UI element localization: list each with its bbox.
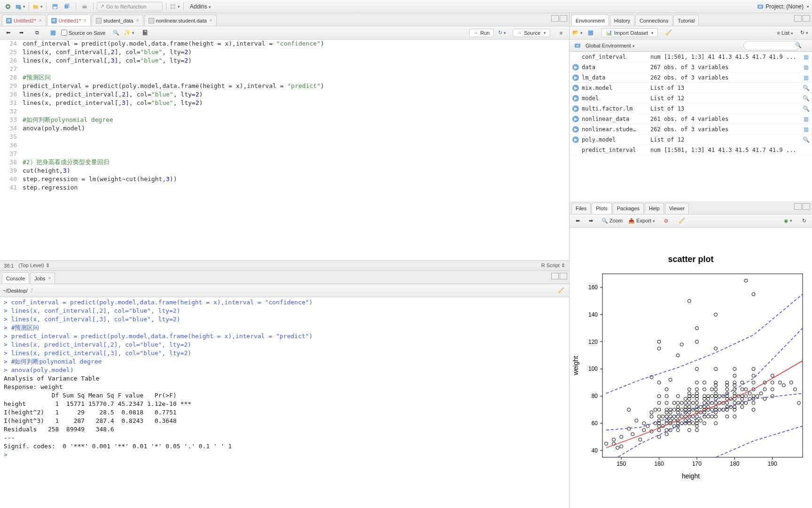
wd-popup-icon[interactable]: ⤴ bbox=[31, 288, 33, 294]
clear-env-icon[interactable]: 🧹 bbox=[664, 28, 674, 38]
working-directory[interactable]: ~/Desktop/ bbox=[3, 288, 28, 294]
svg-point-103 bbox=[672, 401, 676, 405]
tab-console[interactable]: Console bbox=[2, 272, 29, 284]
env-row[interactable]: ▶data267 obs. of 3 variables▦ bbox=[570, 62, 812, 72]
maximize-icon[interactable] bbox=[803, 203, 810, 210]
tab-plots[interactable]: Plots bbox=[592, 203, 611, 214]
tab-files[interactable]: Files bbox=[571, 203, 591, 214]
scope-selector[interactable]: Global Environment bbox=[586, 43, 635, 48]
tab-jobs[interactable]: Jobs× bbox=[30, 272, 55, 284]
minimize-icon[interactable] bbox=[794, 15, 802, 22]
minimize-icon[interactable] bbox=[551, 15, 559, 22]
save-icon[interactable] bbox=[48, 28, 58, 38]
source-toolbar: ⬅ ➡ ⧉ Source on Save 🔍 ✨ 📓 →Run ↻ →Sourc… bbox=[0, 26, 569, 40]
wand-icon[interactable]: ✨ bbox=[124, 28, 134, 38]
source-on-save-checkbox[interactable]: Source on Save bbox=[61, 30, 105, 36]
minimize-icon[interactable] bbox=[551, 273, 559, 279]
maximize-icon[interactable] bbox=[560, 273, 567, 279]
close-icon[interactable]: × bbox=[39, 18, 42, 23]
tab-tutorial[interactable]: Tutorial bbox=[673, 15, 699, 26]
env-row[interactable]: ▶modelList of 12🔍 bbox=[570, 93, 812, 103]
minimize-icon[interactable] bbox=[794, 203, 802, 210]
zoom-button[interactable]: 🔍 Zoom bbox=[601, 218, 623, 224]
show-in-window-icon[interactable]: ⧉ bbox=[32, 28, 42, 38]
new-project-icon[interactable] bbox=[15, 1, 25, 12]
environment-list[interactable]: conf_intervalnum [1:501, 1:3] 41 41.3 41… bbox=[570, 52, 812, 201]
svg-point-78 bbox=[657, 347, 661, 350]
tab-untitled2[interactable]: RUntitled2*× bbox=[2, 15, 46, 26]
env-row[interactable]: conf_intervalnum [1:501, 1:3] 41 41.3 41… bbox=[570, 52, 812, 62]
console-output[interactable]: > conf_interval = predict(poly.model,dat… bbox=[0, 297, 569, 508]
file-type-selector[interactable]: R Script ⇕ bbox=[541, 262, 565, 269]
tab-environment[interactable]: Environment bbox=[571, 15, 609, 26]
save-workspace-icon[interactable] bbox=[586, 28, 596, 38]
view-mode-selector[interactable]: ≡ List bbox=[777, 30, 793, 36]
svg-point-235 bbox=[741, 401, 744, 405]
tab-help[interactable]: Help bbox=[645, 203, 664, 214]
tab-nonlinear-student-data[interactable]: nonlinear.student.data× bbox=[144, 15, 217, 26]
grid-icon[interactable] bbox=[170, 1, 180, 12]
save-all-icon[interactable] bbox=[62, 1, 72, 12]
search-icon[interactable]: 🔍 bbox=[111, 28, 121, 38]
addins-menu[interactable]: Addins bbox=[187, 3, 214, 10]
remove-plot-icon[interactable]: ⊘ bbox=[661, 215, 671, 226]
env-search-input[interactable] bbox=[743, 41, 800, 50]
refresh-icon[interactable]: ↻ bbox=[799, 215, 809, 226]
scope-selector[interactable]: (Top Level) ⇕ bbox=[18, 262, 49, 269]
svg-point-262 bbox=[771, 381, 774, 384]
tab-history[interactable]: History bbox=[610, 15, 634, 26]
svg-point-90 bbox=[665, 394, 668, 397]
source-button[interactable]: →Source bbox=[513, 29, 550, 37]
clear-plots-icon[interactable]: 🧹 bbox=[677, 215, 687, 226]
tab-viewer[interactable]: Viewer bbox=[665, 203, 689, 214]
export-button[interactable]: 📤 Export bbox=[628, 218, 655, 224]
clear-console-icon[interactable]: 🧹 bbox=[556, 286, 566, 296]
tab-untitled1[interactable]: RUntitled1*× bbox=[47, 15, 91, 26]
refresh-icon[interactable]: ↻ bbox=[799, 28, 809, 38]
load-workspace-icon[interactable]: 📂 bbox=[572, 28, 583, 38]
run-button[interactable]: →Run bbox=[469, 29, 494, 37]
notebook-icon[interactable]: 📓 bbox=[140, 28, 150, 38]
svg-point-220 bbox=[733, 415, 736, 418]
prev-plot-icon[interactable]: ⬅ bbox=[572, 215, 583, 226]
tab-connections[interactable]: Connections bbox=[635, 15, 672, 26]
close-icon[interactable]: × bbox=[136, 18, 139, 23]
svg-point-256 bbox=[759, 392, 763, 395]
open-file-icon[interactable] bbox=[32, 1, 43, 12]
publish-icon[interactable]: ◉ bbox=[783, 215, 793, 226]
tab-packages[interactable]: Packages bbox=[613, 203, 644, 214]
svg-point-54 bbox=[627, 427, 631, 430]
rerun-icon[interactable]: ↻ bbox=[497, 28, 507, 38]
close-icon[interactable]: × bbox=[84, 18, 86, 23]
svg-point-74 bbox=[657, 408, 661, 411]
forward-icon[interactable]: ➡ bbox=[16, 28, 26, 38]
outline-icon[interactable]: ≡ bbox=[556, 28, 566, 38]
console-toolbar: ~/Desktop/ ⤴ 🧹 bbox=[0, 284, 569, 297]
code-editor[interactable]: 24conf_interval = predict(poly.model,dat… bbox=[0, 40, 569, 260]
svg-point-158 bbox=[695, 388, 698, 391]
maximize-icon[interactable] bbox=[803, 15, 810, 22]
print-icon[interactable] bbox=[79, 1, 90, 12]
next-plot-icon[interactable]: ➡ bbox=[586, 215, 596, 226]
svg-point-128 bbox=[687, 429, 691, 432]
env-row[interactable]: ▶poly.modelList of 12🔍 bbox=[570, 135, 812, 145]
environment-tabs: Environment History Connections Tutorial bbox=[570, 13, 812, 26]
project-menu[interactable]: R Project: (None) bbox=[757, 3, 809, 10]
goto-file-input[interactable]: ↗Go to file/function bbox=[97, 2, 163, 11]
close-icon[interactable]: × bbox=[210, 18, 212, 23]
env-row[interactable]: ▶multi.factor.lmList of 13🔍 bbox=[570, 103, 812, 114]
env-row[interactable]: ▶nonlinear_data261 obs. of 4 variables▦ bbox=[570, 114, 812, 124]
import-dataset-button[interactable]: 📊 Import Dataset bbox=[601, 28, 658, 37]
svg-point-159 bbox=[695, 381, 698, 384]
plots-toolbar: ⬅ ➡ 🔍 Zoom 📤 Export ⊘ 🧹 ◉ ↻ bbox=[570, 214, 812, 228]
save-icon[interactable] bbox=[50, 1, 60, 12]
tab-student-data[interactable]: student_data× bbox=[92, 15, 143, 26]
close-icon[interactable]: × bbox=[48, 276, 51, 281]
new-file-icon[interactable] bbox=[3, 1, 13, 12]
env-row[interactable]: ▶lm_data262 obs. of 3 variables▦ bbox=[570, 72, 812, 83]
back-icon[interactable]: ⬅ bbox=[3, 28, 13, 38]
env-row[interactable]: ▶mix.modelList of 13🔍 bbox=[570, 83, 812, 93]
env-row[interactable]: ▶nonlinear.stude…262 obs. of 3 variables… bbox=[570, 124, 812, 135]
maximize-icon[interactable] bbox=[560, 15, 567, 22]
env-row[interactable]: predict_intervalnum [1:501, 1:3] 41 41.3… bbox=[570, 145, 812, 155]
